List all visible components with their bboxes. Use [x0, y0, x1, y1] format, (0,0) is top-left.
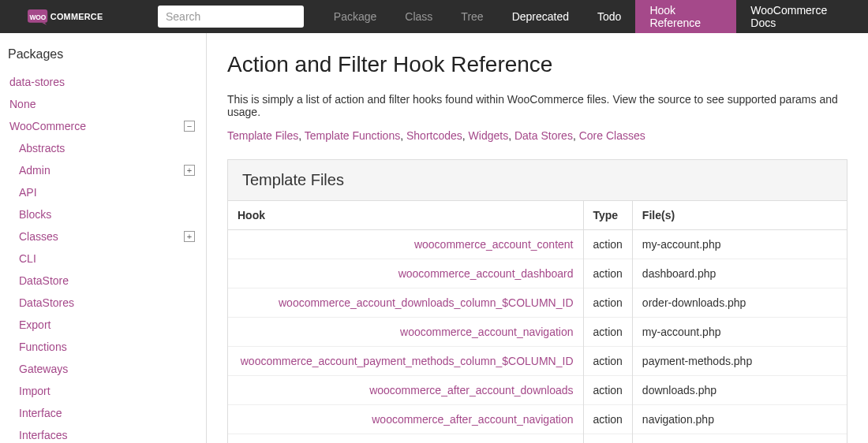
- anchor-link[interactable]: Widgets: [469, 129, 509, 142]
- tree-item-api[interactable]: API: [6, 181, 196, 203]
- tree-item-label: None: [9, 98, 36, 110]
- tree-item-label: data-stores: [9, 76, 65, 88]
- tree-item-label: Admin: [19, 164, 51, 177]
- anchor-links: Template Files, Template Functions, Shor…: [227, 129, 847, 142]
- col-files: File(s): [632, 201, 847, 230]
- tree-item-label: Classes: [19, 230, 58, 243]
- hook-link[interactable]: woocommerce_account_payment_methods_colu…: [241, 355, 574, 367]
- table-row: woocommerce_account_contentactionmy-acco…: [228, 230, 847, 259]
- hook-link[interactable]: woocommerce_account_dashboard: [398, 267, 574, 280]
- anchor-link[interactable]: Core Classes: [579, 129, 645, 142]
- tree-item-import[interactable]: Import: [6, 380, 196, 402]
- hook-link[interactable]: woocommerce_account_navigation: [400, 326, 573, 338]
- tree-item-woocommerce[interactable]: WooCommerce−: [6, 115, 196, 137]
- section-panel: Template Files Hook Type File(s) woocomm…: [227, 159, 847, 443]
- nav-item-class[interactable]: Class: [391, 0, 447, 33]
- anchor-link[interactable]: Template Files: [227, 129, 298, 142]
- tree-item-label: DataStores: [19, 296, 74, 309]
- nav-item-todo[interactable]: Todo: [583, 0, 635, 33]
- tree-item-label: Import: [19, 385, 51, 397]
- col-hook: Hook: [228, 201, 583, 230]
- tree-item-label: Functions: [19, 341, 67, 353]
- tree-item-interface[interactable]: Interface: [6, 402, 196, 424]
- table-row: woocommerce_after_account_navigationacti…: [228, 405, 847, 434]
- hook-type: action: [583, 289, 632, 318]
- tree-item-label: Export: [19, 318, 51, 331]
- section-header: Template Files: [228, 160, 847, 201]
- tree-item-gateways[interactable]: Gateways: [6, 358, 196, 380]
- hook-type: action: [583, 259, 632, 289]
- hook-files: navigation.php: [632, 405, 847, 434]
- topbar: WOO COMMERCE PackageClassTreeDeprecatedT…: [0, 0, 868, 33]
- anchor-link[interactable]: Shortcodes: [406, 129, 462, 142]
- col-type: Type: [583, 201, 632, 230]
- svg-text:WOO: WOO: [29, 13, 46, 21]
- table-row: woocommerce_account_downloads_column_$CO…: [228, 289, 847, 318]
- hook-files: dashboard.php: [632, 259, 847, 289]
- hook-type: action: [583, 347, 632, 376]
- hook-link[interactable]: woocommerce_account_content: [414, 238, 574, 251]
- page-title: Action and Filter Hook Reference: [227, 52, 847, 77]
- tree-item-datastore[interactable]: DataStore: [6, 270, 196, 292]
- hook-type: action: [583, 434, 632, 444]
- hook-link[interactable]: woocommerce_after_account_navigation: [372, 413, 573, 426]
- sidebar: Packages data-storesNoneWooCommerce−Abst…: [0, 33, 207, 443]
- hook-files: my-account.php: [632, 230, 847, 259]
- tree-item-data-stores[interactable]: data-stores: [6, 71, 196, 93]
- hook-files: payment-methods.php: [632, 347, 847, 376]
- tree-item-interfaces[interactable]: Interfaces: [6, 424, 196, 443]
- svg-text:COMMERCE: COMMERCE: [51, 12, 103, 21]
- tree-item-label: Abstracts: [19, 142, 65, 154]
- table-row: woocommerce_after_account_ordersactionor…: [228, 434, 847, 444]
- hook-link[interactable]: woocommerce_account_downloads_column_$CO…: [279, 296, 574, 309]
- tree-item-label: Gateways: [19, 363, 68, 375]
- search-box[interactable]: [158, 6, 304, 28]
- tree-item-admin[interactable]: Admin+: [6, 159, 196, 181]
- anchor-link[interactable]: Template Functions: [305, 129, 400, 142]
- table-row: woocommerce_account_payment_methods_colu…: [228, 347, 847, 376]
- nav-item-hook-reference[interactable]: Hook Reference: [635, 0, 736, 33]
- tree-item-functions[interactable]: Functions: [6, 336, 196, 358]
- hook-link[interactable]: woocommerce_after_account_downloads: [369, 384, 573, 396]
- tree-item-label: Blocks: [19, 208, 51, 221]
- intro-text: This is simply a list of action and filt…: [227, 93, 847, 118]
- nav-item-deprecated[interactable]: Deprecated: [498, 0, 583, 33]
- hook-type: action: [583, 405, 632, 434]
- anchor-link[interactable]: Data Stores: [514, 129, 573, 142]
- hook-type: action: [583, 318, 632, 347]
- tree-item-label: Interfaces: [19, 429, 67, 441]
- expand-icon[interactable]: +: [184, 231, 195, 242]
- nav-item-tree[interactable]: Tree: [447, 0, 497, 33]
- collapse-icon[interactable]: −: [184, 121, 195, 132]
- hook-table: Hook Type File(s) woocommerce_account_co…: [228, 201, 847, 443]
- table-row: woocommerce_after_account_downloadsactio…: [228, 376, 847, 405]
- nav-item-woocommerce-docs[interactable]: WooCommerce Docs: [736, 0, 860, 33]
- nav-item-package[interactable]: Package: [320, 0, 391, 33]
- hook-files: order-downloads.php: [632, 289, 847, 318]
- tree-item-none[interactable]: None: [6, 93, 196, 115]
- tree-item-cli[interactable]: CLI: [6, 248, 196, 270]
- hook-type: action: [583, 230, 632, 259]
- table-row: woocommerce_account_dashboardactiondashb…: [228, 259, 847, 289]
- woocommerce-logo[interactable]: WOO COMMERCE: [8, 7, 142, 26]
- tree-item-datastores[interactable]: DataStores: [6, 292, 196, 314]
- tree-item-label: API: [19, 186, 37, 199]
- expand-icon[interactable]: +: [184, 165, 195, 176]
- main-content: Action and Filter Hook Reference This is…: [207, 33, 868, 443]
- hook-table-body: woocommerce_account_contentactionmy-acco…: [228, 230, 847, 444]
- tree-item-label: WooCommerce: [9, 120, 86, 132]
- package-tree: data-storesNoneWooCommerce−AbstractsAdmi…: [6, 71, 196, 443]
- layout: Packages data-storesNoneWooCommerce−Abst…: [0, 33, 868, 443]
- hook-files: orders.php: [632, 434, 847, 444]
- tree-item-label: CLI: [19, 252, 36, 265]
- table-row: woocommerce_account_navigationactionmy-a…: [228, 318, 847, 347]
- tree-item-label: DataStore: [19, 274, 69, 287]
- search-input[interactable]: [166, 10, 296, 23]
- tree-item-abstracts[interactable]: Abstracts: [6, 137, 196, 159]
- hook-files: downloads.php: [632, 376, 847, 405]
- tree-item-blocks[interactable]: Blocks: [6, 203, 196, 225]
- tree-item-export[interactable]: Export: [6, 314, 196, 336]
- tree-item-classes[interactable]: Classes+: [6, 225, 196, 248]
- hook-type: action: [583, 376, 632, 405]
- tree-item-label: Interface: [19, 407, 62, 419]
